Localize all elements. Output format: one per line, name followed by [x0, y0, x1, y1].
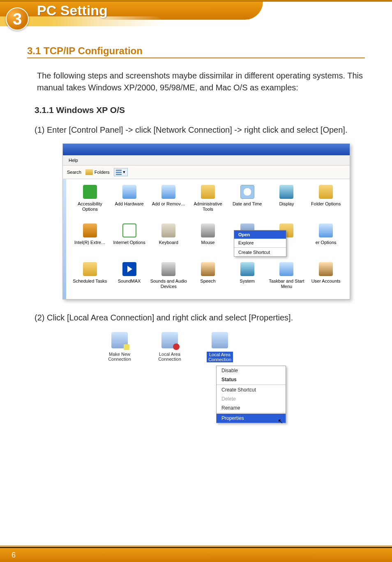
- item-label: Mouse: [189, 240, 227, 245]
- sounds-audio-icon: [161, 262, 175, 276]
- control-panel-body: Accessibility Options Add Hardware Add o…: [63, 179, 350, 299]
- item-label: Folder Options: [307, 201, 345, 207]
- views-icon: [116, 169, 122, 175]
- item-sounds-audio[interactable]: Sounds and Audio Devices: [150, 262, 187, 299]
- page-footer: 6: [0, 545, 392, 562]
- item-label: User Accounts: [307, 279, 345, 284]
- item-label: Display: [268, 201, 306, 207]
- footer-band: 6: [0, 548, 392, 562]
- item-label: Accessibility Options: [71, 201, 109, 212]
- item-label: er Options: [307, 240, 345, 245]
- item-keyboard[interactable]: Keyboard: [150, 223, 187, 260]
- item-taskbar-start-menu[interactable]: Taskbar and Start Menu: [268, 262, 306, 299]
- internet-options-icon: [122, 223, 136, 237]
- item-user-accounts[interactable]: User Accounts: [307, 262, 345, 299]
- subsection-heading: 3.1.1 Windows XP O/S: [35, 105, 365, 115]
- local-area-connection-icon: [161, 332, 178, 348]
- properties-label: Properties: [221, 415, 244, 421]
- mouse-icon: [201, 223, 215, 237]
- label-line1: Local Area: [209, 352, 231, 357]
- item-date-time[interactable]: Date and Time: [228, 185, 266, 222]
- admin-tools-icon: [201, 185, 215, 199]
- toolbar-folders[interactable]: Folders: [85, 169, 110, 175]
- item-label: Add or Remov…: [150, 201, 187, 207]
- item-label: Taskbar and Start Menu: [268, 279, 306, 289]
- page-number: 6: [12, 551, 16, 559]
- keyboard-icon: [161, 223, 175, 237]
- toolbar-views[interactable]: ▼: [114, 168, 128, 176]
- item-mouse[interactable]: Mouse: [189, 223, 227, 260]
- item-label: Speech: [189, 279, 227, 284]
- intel-icon: [83, 223, 97, 237]
- item-label: Keyboard: [150, 240, 187, 245]
- context-menu-open[interactable]: Open: [234, 230, 286, 239]
- date-time-icon: [240, 185, 254, 199]
- menu-help[interactable]: Help: [69, 158, 78, 163]
- context-menu-create-shortcut[interactable]: Create Shortcut: [217, 385, 286, 394]
- speech-icon: [201, 262, 215, 276]
- power-options-icon: [319, 223, 333, 237]
- item-local-area-connection-1[interactable]: Local Area Connection: [147, 332, 192, 389]
- chapter-header: 3 PC Setting: [0, 2, 392, 28]
- folder-options-icon: [319, 185, 333, 199]
- user-accounts-icon: [319, 262, 333, 276]
- soundmax-icon: [122, 262, 136, 276]
- item-system[interactable]: System: [228, 262, 266, 299]
- side-panel: [63, 179, 66, 299]
- chapter-title: PC Setting: [37, 2, 108, 18]
- accessibility-icon: [83, 185, 97, 199]
- item-display[interactable]: Display: [268, 185, 306, 222]
- item-internet-options[interactable]: Internet Options: [111, 223, 148, 260]
- context-menu-connection: Disable Status Create Shortcut Delete Re…: [216, 366, 286, 423]
- context-menu-disable[interactable]: Disable: [217, 366, 286, 375]
- item-label: Administrative Tools: [189, 201, 227, 212]
- toolbar: Search Folders ▼: [63, 165, 350, 179]
- item-accessibility-options[interactable]: Accessibility Options: [71, 185, 109, 222]
- toolbar-search[interactable]: Search: [67, 170, 81, 175]
- context-menu-create-shortcut[interactable]: Create Shortcut: [234, 248, 286, 256]
- item-label: Intel(R) Extre…: [71, 240, 109, 245]
- add-hardware-icon: [122, 185, 136, 199]
- label-line2: Connection: [208, 357, 231, 362]
- context-menu-network: Open Explore Create Shortcut: [234, 230, 286, 257]
- make-new-connection-icon: [111, 332, 128, 348]
- item-add-remove[interactable]: Add or Remov…: [150, 185, 187, 222]
- item-label: System: [228, 279, 266, 284]
- context-menu-status[interactable]: Status: [217, 375, 286, 384]
- toolbar-folders-label: Folders: [95, 170, 110, 175]
- context-menu-explore[interactable]: Explore: [234, 239, 286, 247]
- context-menu-properties[interactable]: Properties ↖: [217, 414, 286, 423]
- display-icon: [279, 185, 293, 199]
- item-label: SoundMAX: [111, 279, 148, 284]
- item-soundmax[interactable]: SoundMAX: [111, 262, 148, 299]
- step-1-text: (1) Enter [Control Panel] -> click [Netw…: [35, 124, 365, 136]
- item-admin-tools[interactable]: Administrative Tools: [189, 185, 227, 222]
- item-label-selected: Local Area Connection: [207, 352, 233, 362]
- item-label: Internet Options: [111, 240, 148, 245]
- item-label: Scheduled Tasks: [71, 279, 109, 284]
- dropdown-arrow-icon: ▼: [122, 170, 126, 174]
- local-area-connection-icon: [212, 332, 228, 348]
- item-speech[interactable]: Speech: [189, 262, 227, 299]
- icon-grid: Accessibility Options Add Hardware Add o…: [66, 179, 350, 299]
- section-heading: 3.1 TCP/IP Configuration: [27, 45, 365, 58]
- system-icon: [240, 262, 254, 276]
- menu-bar: Help: [63, 155, 350, 165]
- step-2-text: (2) Click [Local Area Connection] and ri…: [35, 312, 365, 324]
- context-menu-rename[interactable]: Rename: [217, 403, 286, 412]
- item-label: Sounds and Audio Devices: [150, 279, 187, 289]
- item-label: Date and Time: [228, 201, 266, 207]
- chapter-number-badge: 3: [6, 7, 29, 30]
- item-add-hardware[interactable]: Add Hardware: [111, 185, 148, 222]
- item-scheduled-tasks[interactable]: Scheduled Tasks: [71, 262, 109, 299]
- add-remove-icon: [161, 185, 175, 199]
- item-make-new-connection[interactable]: Make New Connection: [97, 332, 142, 389]
- taskbar-icon: [279, 262, 293, 276]
- page-content: 3.1 TCP/IP Configuration The following s…: [0, 28, 392, 389]
- item-intel-extreme[interactable]: Intel(R) Extre…: [71, 223, 109, 260]
- window-titlebar: [63, 144, 350, 155]
- item-folder-options[interactable]: Folder Options: [307, 185, 345, 222]
- item-label: Make New Connection: [97, 352, 142, 362]
- section-intro: The following steps and screenshots mayb…: [37, 70, 365, 94]
- item-power-options[interactable]: er Options: [307, 223, 345, 260]
